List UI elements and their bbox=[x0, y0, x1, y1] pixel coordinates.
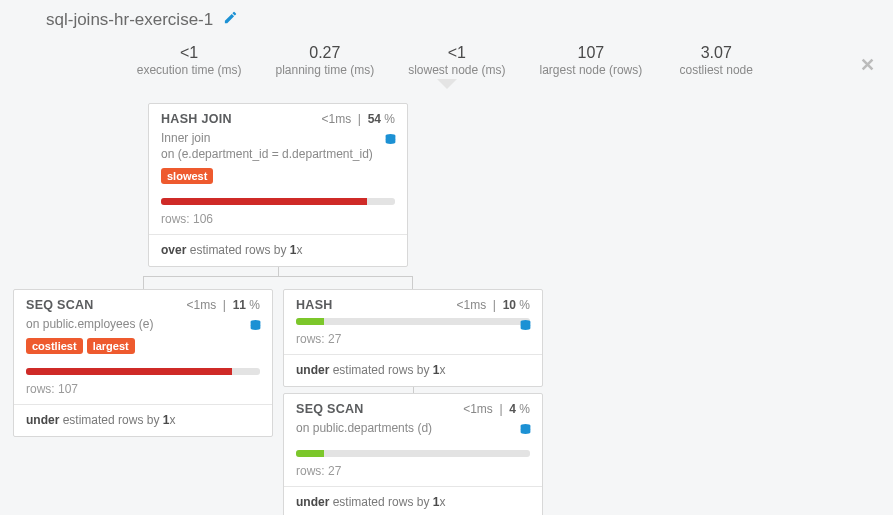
edit-icon[interactable] bbox=[223, 10, 238, 30]
stat-value: <1 bbox=[137, 44, 242, 62]
rows-info: rows: 27 bbox=[284, 329, 542, 354]
connector-line bbox=[143, 276, 413, 289]
node-header: HASH JOIN <1ms | 54 % bbox=[149, 104, 407, 130]
tag-largest: largest bbox=[87, 338, 135, 354]
node-header: HASH <1ms | 10 % bbox=[284, 290, 542, 316]
node-tags: slowest bbox=[161, 168, 395, 184]
progress-bar bbox=[26, 368, 260, 375]
node-title: SEQ SCAN bbox=[296, 402, 364, 416]
node-description: Inner join on (e.department_id = d.depar… bbox=[161, 130, 395, 162]
estimate-info: under estimated rows by 1x bbox=[284, 355, 542, 386]
stats-bar: <1 execution time (ms) 0.27 planning tim… bbox=[0, 44, 893, 77]
estimate-info: over estimated rows by 1x bbox=[149, 235, 407, 266]
stat-plan-time: 0.27 planning time (ms) bbox=[275, 44, 374, 77]
stat-value: 107 bbox=[540, 44, 643, 62]
stat-slowest-node: <1 slowest node (ms) bbox=[408, 44, 505, 77]
node-title: SEQ SCAN bbox=[26, 298, 94, 312]
stat-label: costliest node bbox=[676, 63, 756, 77]
database-icon[interactable] bbox=[519, 422, 532, 440]
node-tags: costliest largest bbox=[26, 338, 260, 354]
rows-info: rows: 107 bbox=[14, 379, 272, 404]
plan-node-seq-scan-employees[interactable]: SEQ SCAN <1ms | 11 % on public.employees… bbox=[13, 289, 273, 437]
plan-title: sql-joins-hr-exercise-1 bbox=[46, 10, 213, 30]
rows-info: rows: 106 bbox=[149, 209, 407, 234]
node-header: SEQ SCAN <1ms | 4 % bbox=[284, 394, 542, 420]
stat-label: slowest node (ms) bbox=[408, 63, 505, 77]
node-meta: <1ms | 54 % bbox=[321, 112, 395, 126]
progress-bar bbox=[296, 450, 530, 457]
stat-exec-time: <1 execution time (ms) bbox=[137, 44, 242, 77]
stat-label: planning time (ms) bbox=[275, 63, 374, 77]
tag-slowest: slowest bbox=[161, 168, 213, 184]
node-title: HASH JOIN bbox=[161, 112, 232, 126]
database-icon[interactable] bbox=[519, 318, 532, 336]
stat-value: <1 bbox=[408, 44, 505, 62]
stat-value: 3.07 bbox=[676, 44, 756, 62]
estimate-info: under estimated rows by 1x bbox=[14, 405, 272, 436]
stat-costliest-node: 3.07 costliest node bbox=[676, 44, 756, 77]
plan-node-hash-join[interactable]: HASH JOIN <1ms | 54 % Inner join on (e.d… bbox=[148, 103, 408, 267]
rows-info: rows: 27 bbox=[284, 461, 542, 486]
stat-largest-node: 107 largest node (rows) bbox=[540, 44, 643, 77]
database-icon[interactable] bbox=[249, 318, 262, 336]
close-icon[interactable]: ✕ bbox=[860, 54, 875, 76]
chevron-down-icon bbox=[437, 79, 457, 89]
node-description: on public.departments (d) bbox=[296, 420, 530, 436]
estimate-info: under estimated rows by 1x bbox=[284, 487, 542, 515]
node-meta: <1ms | 11 % bbox=[186, 298, 260, 312]
node-header: SEQ SCAN <1ms | 11 % bbox=[14, 290, 272, 316]
plan-node-seq-scan-departments[interactable]: SEQ SCAN <1ms | 4 % on public.department… bbox=[283, 393, 543, 515]
stat-value: 0.27 bbox=[275, 44, 374, 62]
stat-label: largest node (rows) bbox=[540, 63, 643, 77]
tag-costliest: costliest bbox=[26, 338, 83, 354]
progress-bar bbox=[296, 318, 530, 325]
plan-node-hash[interactable]: HASH <1ms | 10 % rows: 27 under estimate… bbox=[283, 289, 543, 387]
database-icon[interactable] bbox=[384, 132, 397, 150]
stat-label: execution time (ms) bbox=[137, 63, 242, 77]
node-meta: <1ms | 10 % bbox=[456, 298, 530, 312]
node-meta: <1ms | 4 % bbox=[463, 402, 530, 416]
node-title: HASH bbox=[296, 298, 333, 312]
page-header: sql-joins-hr-exercise-1 bbox=[0, 0, 893, 30]
progress-bar bbox=[161, 198, 395, 205]
node-description: on public.employees (e) bbox=[26, 316, 260, 332]
